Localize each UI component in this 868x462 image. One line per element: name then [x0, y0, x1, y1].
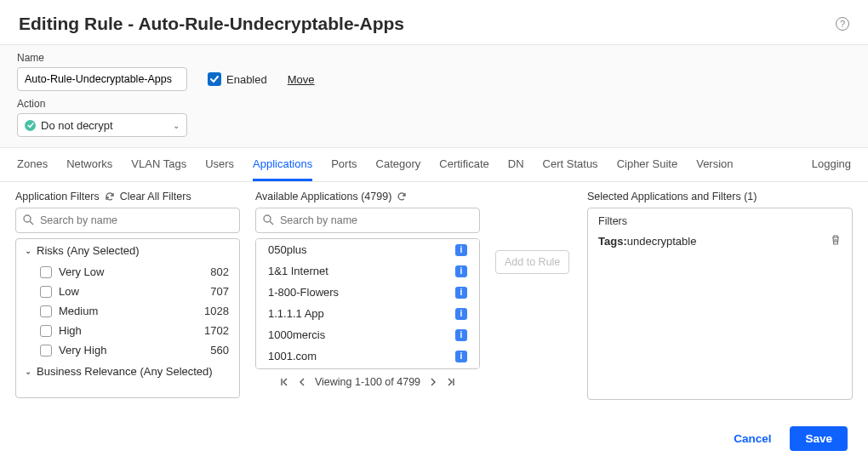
check-icon [210, 75, 219, 83]
tab-cert-status[interactable]: Cert Status [543, 149, 598, 181]
available-app-row[interactable]: 100Baoi [256, 367, 479, 369]
refresh-icon[interactable] [397, 191, 407, 202]
filter-group-header[interactable]: ⌄Business Relevance (Any Selected) [16, 360, 237, 383]
available-search-input[interactable] [255, 208, 480, 233]
filter-option[interactable]: Very Low802 [16, 262, 237, 282]
page-title: Editing Rule - Auto-Rule-Undecryptable-A… [19, 14, 404, 34]
available-app-row[interactable]: 1001.comi [256, 345, 479, 367]
page-first-icon[interactable] [279, 377, 289, 387]
svg-line-1 [30, 221, 33, 225]
page-last-icon[interactable] [446, 377, 456, 387]
filter-option[interactable]: High1702 [16, 321, 237, 340]
info-icon[interactable]: i [455, 287, 467, 299]
filter-option-count: 707 [210, 285, 229, 298]
search-icon [22, 214, 34, 228]
tab-dn[interactable]: DN [508, 149, 524, 181]
name-input[interactable] [17, 67, 187, 91]
svg-point-0 [24, 215, 31, 222]
action-value: Do not decrypt [41, 119, 113, 132]
info-icon[interactable]: i [455, 329, 467, 341]
tag-label: Tags: [598, 235, 627, 248]
selected-filter-row: Tags:undecryptable [598, 234, 842, 248]
add-to-rule-button[interactable]: Add to Rule [495, 250, 569, 274]
filter-option-count: 1028 [204, 305, 229, 317]
info-icon[interactable]: i [455, 244, 467, 256]
available-app-row[interactable]: 050plusi [256, 239, 479, 260]
checkbox[interactable] [40, 286, 52, 298]
filter-group-header[interactable]: ⌄Risks (Any Selected) [16, 239, 237, 262]
page-prev-icon[interactable] [298, 377, 306, 387]
tab-version[interactable]: Version [696, 149, 733, 181]
available-title: Available Applications (4799) [255, 191, 391, 202]
selected-title: Selected Applications and Filters (1) [587, 191, 757, 202]
chevron-down-icon: ⌄ [25, 367, 31, 376]
info-icon[interactable]: i [455, 351, 467, 362]
checkbox[interactable] [40, 345, 52, 356]
action-label: Action [17, 98, 851, 110]
available-app-name: 1-800-Flowers [268, 286, 339, 299]
available-app-name: 1&1 Internet [268, 265, 328, 277]
enabled-checkbox[interactable] [208, 72, 221, 86]
action-select[interactable]: Do not decrypt ⌄ [17, 113, 187, 137]
move-link[interactable]: Move [288, 73, 315, 86]
filter-option-count: 1702 [204, 324, 229, 337]
filter-option-count: 560 [210, 344, 229, 356]
svg-point-2 [264, 215, 271, 222]
filter-option-label: Medium [59, 305, 98, 317]
available-app-name: 1000mercis [268, 328, 325, 341]
cancel-button[interactable]: Cancel [725, 425, 779, 452]
filter-option[interactable]: Low707 [16, 282, 237, 301]
chevron-down-icon: ⌄ [25, 246, 31, 255]
tab-vlan-tags[interactable]: VLAN Tags [131, 149, 186, 181]
clear-filters-link[interactable]: Clear All Filters [120, 191, 191, 202]
refresh-icon[interactable] [105, 191, 115, 202]
filters-title: Application Filters [15, 191, 100, 202]
available-app-row[interactable]: 1-800-Flowersi [256, 282, 479, 303]
filter-option-label: Low [59, 285, 79, 298]
tab-users[interactable]: Users [205, 149, 234, 181]
tab-category[interactable]: Category [376, 149, 421, 181]
trash-icon[interactable] [830, 234, 842, 248]
filter-option[interactable]: Medium1028 [16, 301, 237, 321]
tab-networks[interactable]: Networks [66, 149, 112, 181]
search-icon [262, 214, 274, 228]
available-app-name: 1.1.1.1 App [268, 307, 324, 320]
chevron-down-icon: ⌄ [173, 121, 180, 130]
checkbox[interactable] [40, 325, 52, 337]
tab-logging[interactable]: Logging [812, 149, 851, 181]
available-app-row[interactable]: 1&1 Interneti [256, 260, 479, 282]
tab-zones[interactable]: Zones [17, 149, 48, 181]
tab-ports[interactable]: Ports [331, 149, 357, 181]
filter-option[interactable]: Very High560 [16, 340, 237, 360]
filter-option-label: Very Low [59, 265, 104, 278]
name-label: Name [17, 52, 187, 64]
available-app-name: 1001.com [268, 350, 317, 362]
filter-option-count: 802 [210, 265, 229, 278]
selected-subhead: Filters [598, 215, 842, 227]
info-icon[interactable]: i [455, 265, 467, 277]
help-icon[interactable]: ? [836, 17, 849, 31]
filters-search-input[interactable] [15, 208, 240, 233]
filter-option-label: Very High [59, 344, 106, 356]
tab-certificate[interactable]: Certificate [439, 149, 489, 181]
available-app-row[interactable]: 1000mercisi [256, 324, 479, 345]
tag-value: undecryptable [627, 235, 697, 248]
available-app-row[interactable]: 1.1.1.1 Appi [256, 303, 479, 324]
tab-applications[interactable]: Applications [253, 149, 312, 181]
checkbox[interactable] [40, 266, 52, 278]
svg-line-3 [270, 221, 273, 225]
available-app-name: 050plus [268, 243, 307, 256]
tab-cipher-suite[interactable]: Cipher Suite [617, 149, 678, 181]
pager-text: Viewing 1-100 of 4799 [315, 376, 420, 388]
check-circle-icon [25, 120, 36, 131]
save-button[interactable]: Save [790, 426, 848, 451]
info-icon[interactable]: i [455, 308, 467, 320]
checkbox[interactable] [40, 305, 52, 317]
enabled-label: Enabled [226, 73, 267, 86]
filter-option-label: High [59, 324, 82, 337]
page-next-icon[interactable] [429, 377, 437, 387]
